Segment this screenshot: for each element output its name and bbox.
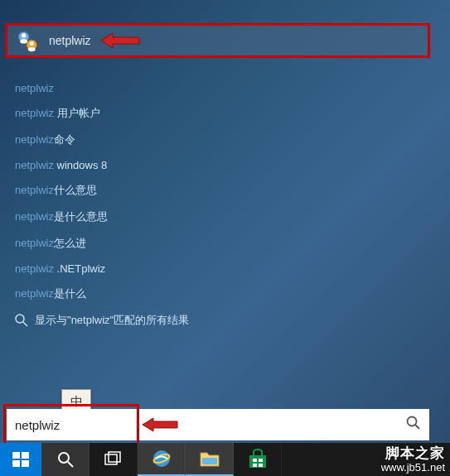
- svg-rect-19: [109, 452, 120, 462]
- search-suggestions: netplwiz netplwiz 用户帐户 netplwiz命令 netplw…: [15, 76, 421, 334]
- suggestion-item[interactable]: netplwiz是什么意思: [15, 204, 421, 230]
- svg-line-17: [68, 462, 73, 467]
- svg-rect-26: [253, 464, 257, 467]
- suggestion-item[interactable]: netplwiz: [15, 76, 421, 100]
- svg-point-4: [30, 41, 34, 46]
- svg-point-9: [408, 417, 417, 426]
- svg-point-7: [16, 315, 24, 323]
- svg-point-2: [20, 39, 27, 43]
- svg-rect-25: [259, 459, 263, 462]
- svg-point-5: [28, 47, 36, 51]
- taskbar-ie[interactable]: [138, 443, 186, 476]
- show-all-label: 显示与"netplwiz"匹配的所有结果: [35, 313, 189, 328]
- watermark-url: www.jb51.net: [381, 462, 445, 474]
- task-view-button[interactable]: [90, 443, 138, 476]
- search-icon: [15, 314, 28, 327]
- annotation-search-highlight: [3, 404, 139, 445]
- suggestion-item[interactable]: netplwiz 用户帐户: [15, 100, 421, 127]
- ie-icon: [151, 448, 172, 469]
- annotation-arrow-bottom: [143, 416, 179, 436]
- search-icon: [56, 450, 75, 469]
- show-all-results[interactable]: 显示与"netplwiz"匹配的所有结果: [15, 307, 421, 334]
- suggestion-item[interactable]: netplwiz什么意思: [15, 177, 421, 204]
- svg-rect-15: [22, 460, 29, 467]
- start-button[interactable]: [0, 443, 41, 476]
- windows-icon: [11, 450, 31, 469]
- folder-icon: [199, 450, 220, 468]
- svg-marker-6: [101, 33, 139, 48]
- suggestion-item[interactable]: netplwiz .NETplwiz: [15, 257, 421, 281]
- svg-point-16: [59, 453, 69, 463]
- task-view-icon: [104, 451, 123, 468]
- user-accounts-icon: [16, 29, 39, 52]
- top-result[interactable]: netplwiz: [5, 23, 430, 58]
- suggestion-item[interactable]: netplwiz命令: [15, 127, 421, 153]
- search-icon[interactable]: [406, 416, 421, 434]
- annotation-arrow-top: [101, 31, 141, 53]
- svg-rect-23: [249, 455, 266, 468]
- suggestion-item[interactable]: netplwiz windows 8: [15, 153, 421, 177]
- store-icon: [247, 449, 269, 470]
- watermark: 脚本之家 www.jb51.net: [381, 446, 445, 474]
- suggestion-item[interactable]: netplwiz是什么: [15, 281, 421, 307]
- taskbar-explorer[interactable]: [186, 443, 234, 476]
- svg-rect-14: [12, 460, 20, 467]
- top-result-label: netplwiz: [49, 34, 91, 47]
- svg-rect-24: [253, 459, 257, 462]
- svg-line-10: [415, 425, 419, 429]
- svg-rect-18: [105, 454, 117, 464]
- svg-line-8: [23, 322, 27, 326]
- suggestion-item[interactable]: netplwiz怎么进: [15, 230, 421, 257]
- svg-rect-12: [12, 452, 20, 459]
- taskbar-search-button[interactable]: [41, 443, 90, 476]
- watermark-title: 脚本之家: [381, 446, 445, 462]
- svg-rect-13: [22, 452, 29, 459]
- svg-rect-27: [259, 464, 263, 467]
- svg-point-1: [22, 33, 26, 37]
- svg-marker-11: [143, 418, 177, 431]
- svg-rect-22: [202, 458, 217, 464]
- taskbar-store[interactable]: [234, 443, 282, 476]
